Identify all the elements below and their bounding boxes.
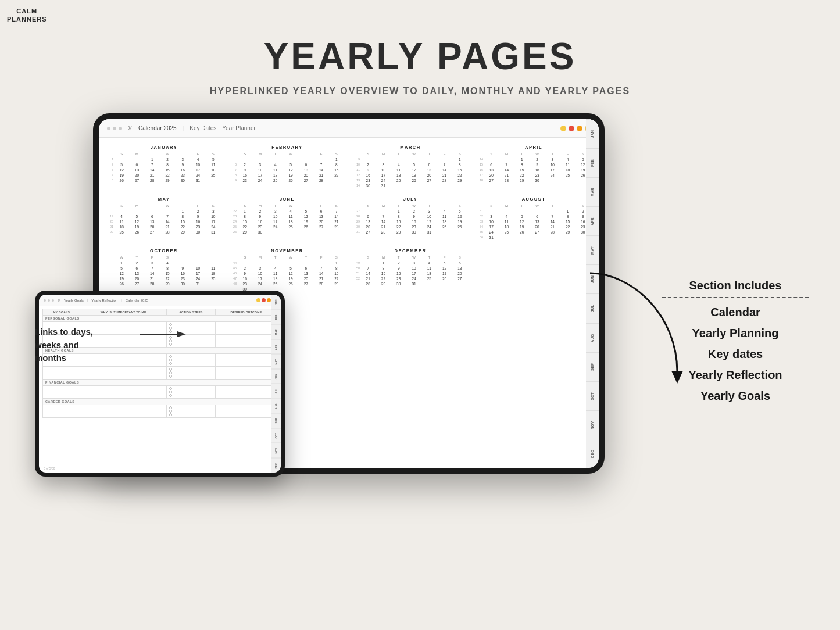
year-planner-nav[interactable]: Year Planner	[222, 125, 255, 131]
annotation-links: Links to days, weeks and months	[35, 325, 93, 365]
small-tablet-screen: 🕊 Yearly Goals | Yearly Reflection | Cal…	[39, 295, 281, 472]
small-sidebar-sep[interactable]: SEP	[271, 413, 281, 428]
cb-1	[169, 355, 172, 358]
calendar-title: Calendar 2025	[138, 125, 177, 131]
topbar-dot-3	[119, 127, 122, 130]
topbar-dot-1	[107, 127, 110, 130]
months-row-3: OCTOBER WTFS 1234--- 567891011 121314151…	[105, 246, 593, 294]
small-sidebar-mar[interactable]: MAR	[271, 324, 281, 339]
small-sidebar-oct[interactable]: OCT	[271, 428, 281, 443]
section-label-personal: PERSONAL GOALS	[43, 316, 277, 322]
section-career: CAREER GOALS	[43, 399, 277, 405]
small-sidebar-apr[interactable]: APR	[271, 339, 281, 355]
small-icon-orange	[267, 298, 271, 302]
sidebar-tab-apr[interactable]: APR	[586, 206, 599, 235]
month-june: JUNE SMTWTFS 221234567 23891011121314 24…	[228, 194, 346, 242]
table-header-row: MY GOALS WHY IS IT IMPORTANT TO ME ACTIO…	[43, 309, 277, 316]
small-dots	[44, 299, 54, 302]
goal-cell	[43, 386, 80, 399]
checkboxes	[169, 406, 213, 416]
small-sidebar-jul[interactable]: JUL	[271, 384, 281, 399]
checkboxes	[169, 355, 213, 365]
small-tablet: 🕊 Yearly Goals | Yearly Reflection | Cal…	[35, 291, 285, 477]
topbar-dot-2	[113, 127, 116, 130]
reflection-nav[interactable]: Yearly Reflection	[91, 299, 117, 302]
small-dot-2	[48, 299, 50, 302]
outcome-cell	[215, 354, 277, 367]
month-january: JANUARY SMTWTFS 1--12345 2567891011 3121…	[105, 142, 223, 191]
small-sidebar-jun[interactable]: JUN	[271, 369, 281, 384]
sidebar-tab-dec[interactable]: DEC	[586, 439, 599, 468]
outcome-cell	[215, 335, 277, 348]
action-cell	[167, 386, 216, 399]
month-may: MAY SMTWTFS ----123 1945678910 201112131…	[105, 194, 223, 242]
bird-icon: 🕊	[128, 126, 133, 131]
outcome-cell	[215, 405, 277, 418]
page-title: YEARLY PAGES	[0, 35, 840, 78]
cb-2	[169, 359, 172, 361]
cb-1	[169, 387, 172, 390]
cb-3	[169, 343, 172, 346]
cb-2	[169, 410, 172, 413]
cb-3	[169, 362, 172, 365]
goal-row-financial-1	[43, 386, 277, 399]
calendar-nav[interactable]: Calendar 2025	[126, 299, 148, 302]
sidebar-tab-nov[interactable]: NOV	[586, 410, 599, 439]
cb-3	[169, 375, 172, 378]
svg-marker-1	[177, 331, 186, 337]
action-cell	[167, 405, 216, 418]
section-personal: PERSONAL GOALS	[43, 316, 277, 322]
month-july: JULY SMTWTFS 27--12345 286789101112 2913…	[351, 194, 470, 242]
page-subtitle: HYPERLINKED YEARLY OVERVIEW TO DAILY, MO…	[0, 86, 840, 96]
small-sidebar-feb[interactable]: FEB	[271, 310, 281, 325]
goal-cell	[43, 367, 80, 380]
small-bird-icon: 🕊	[58, 299, 60, 302]
small-dot-1	[44, 299, 46, 302]
why-cell	[80, 386, 167, 399]
checkboxes	[169, 368, 213, 378]
months-row-1: JANUARY SMTWTFS 1--12345 2567891011 3121…	[105, 142, 593, 191]
small-sidebar-jan[interactable]: JAN	[271, 295, 281, 310]
outcome-cell	[215, 322, 277, 335]
outcome-cell	[215, 386, 277, 399]
page-number: 5 of 5/30	[44, 467, 55, 470]
curved-arrow	[584, 267, 700, 384]
small-sidebar-dec[interactable]: DEC	[271, 458, 281, 473]
month-february: FEBRUARY SMTWTFS ------1 62345678 791011…	[228, 142, 346, 191]
sidebar-tab-oct[interactable]: OCT	[586, 381, 599, 410]
cb-1	[169, 368, 172, 371]
sidebar-tab-feb[interactable]: FEB	[586, 148, 599, 177]
month-october: OCTOBER WTFS 1234--- 567891011 121314151…	[105, 246, 223, 294]
icon-circle-yellow	[560, 126, 566, 131]
empty-cell	[474, 246, 593, 294]
small-dot-3	[52, 299, 54, 302]
cb-3	[169, 394, 172, 397]
cb-2	[169, 391, 172, 393]
small-tablet-topbar: 🕊 Yearly Goals | Yearly Reflection | Cal…	[39, 295, 281, 306]
small-sidebar-tabs[interactable]: JAN FEB MAR APR MAY JUN JUL AUG SEP OCT …	[271, 295, 281, 472]
outcome-cell	[215, 367, 277, 380]
checkboxes	[169, 387, 213, 397]
cb-3	[169, 413, 172, 416]
small-sidebar-nov[interactable]: NOV	[271, 443, 281, 458]
section-item-goals: Yearly Goals	[654, 385, 817, 406]
icon-circle-red	[569, 126, 574, 131]
sidebar-tab-mar[interactable]: MAR	[586, 177, 599, 206]
action-cell	[167, 354, 216, 367]
sidebar-tab-may[interactable]: MAY	[586, 235, 599, 264]
sidebar-tab-jan[interactable]: JAN	[586, 119, 599, 148]
brand-logo: CALM PLANNERS	[7, 7, 47, 24]
why-cell	[80, 367, 167, 380]
small-sidebar-may[interactable]: MAY	[271, 354, 281, 369]
goal-cell	[43, 405, 80, 418]
action-cell	[167, 367, 216, 380]
section-financial: FINANCIAL GOALS	[43, 380, 277, 386]
col-outcome: DESIRED OUTCOME	[215, 309, 277, 316]
small-sidebar-aug[interactable]: AUG	[271, 399, 281, 414]
key-dates-nav[interactable]: Key Dates	[190, 125, 216, 131]
month-december: DECEMBER SMTWTFS 49-123456 5078910111213…	[351, 246, 470, 294]
icon-circle-orange	[577, 126, 582, 131]
section-label-career: CAREER GOALS	[43, 399, 277, 405]
small-icon-yellow	[256, 298, 260, 302]
month-march: MARCH SMTWTFS 9------1 102345678 1191011…	[351, 142, 470, 191]
